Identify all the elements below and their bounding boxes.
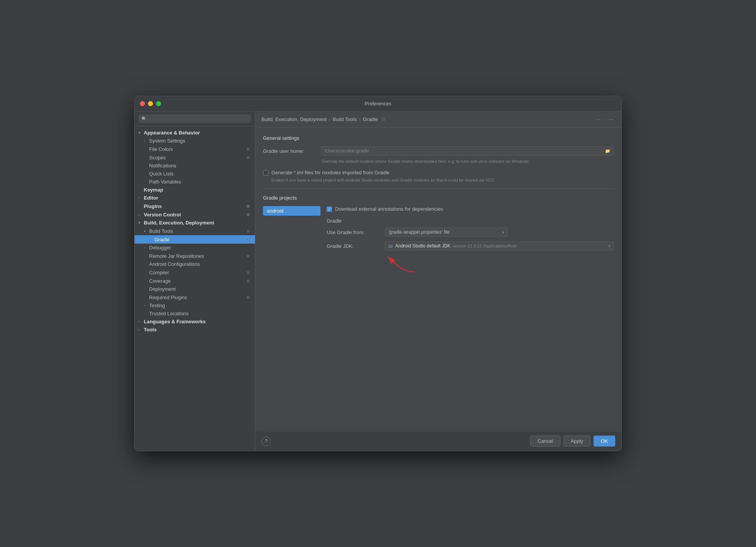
sidebar-item-label: Compiler	[149, 270, 169, 275]
search-input[interactable]	[149, 116, 248, 121]
ok-button[interactable]: OK	[593, 436, 615, 447]
sidebar-item-tools[interactable]: › Tools	[135, 326, 255, 334]
sidebar-item-file-colors[interactable]: File Colors ⊞	[135, 145, 255, 153]
window-title: Preferences	[365, 101, 391, 106]
use-gradle-from-select[interactable]: 'gradle-wrapper.properties' file ▾	[385, 228, 508, 237]
sidebar-item-required-plugins[interactable]: Required Plugins ⊞	[135, 293, 255, 301]
sidebar-item-testing[interactable]: › Testing	[135, 301, 255, 310]
breadcrumb-item-2[interactable]: Build Tools	[333, 116, 357, 122]
sidebar-item-label: Quick Lists	[149, 171, 174, 177]
arrow-icon: ›	[144, 246, 149, 250]
sidebar-item-label: Keymap	[144, 187, 163, 193]
arrow-icon: ›	[138, 196, 144, 200]
sidebar-item-label: Debugger	[149, 245, 171, 251]
sidebar-item-languages-frameworks[interactable]: › Languages & Frameworks	[135, 318, 255, 326]
gradle-jdk-select[interactable]: 🗂 Android Studio default JDK version 11.…	[385, 241, 614, 251]
cancel-button[interactable]: Cancel	[530, 436, 560, 447]
sidebar-item-label: Plugins	[144, 203, 162, 209]
sidebar-item-label: Tools	[144, 327, 157, 332]
search-icon: 🔍	[141, 116, 147, 121]
sidebar-item-trusted-locations[interactable]: Trusted Locations	[135, 310, 255, 318]
settings-icon: ⊞	[245, 203, 251, 209]
download-annotations-label: Download external annotations for depend…	[335, 206, 443, 212]
use-gradle-from-value: 'gradle-wrapper.properties' file	[388, 229, 450, 235]
sidebar-item-deployment[interactable]: Deployment	[135, 285, 255, 293]
generate-iml-label: Generate *.iml files for modules importe…	[271, 170, 390, 175]
gradle-subsection-title: Gradle	[327, 218, 614, 224]
maximize-button[interactable]	[156, 101, 161, 106]
jdk-folder-icon: 🗂	[388, 243, 393, 249]
search-bar: 🔍	[135, 111, 255, 126]
sidebar-item-build-tools[interactable]: ▾ Build Tools ⊞	[135, 227, 255, 235]
arrow-annotation-area: Gradle JDK: 🗂 Android Studio default JDK…	[327, 241, 614, 268]
sidebar-item-debugger[interactable]: › Debugger	[135, 244, 255, 252]
sidebar-item-android-configurations[interactable]: Android Configurations	[135, 260, 255, 268]
settings-icon: ⊞	[245, 269, 251, 275]
sidebar-item-label: Gradle	[154, 237, 169, 242]
gradle-jdk-name: Android Studio default JDK	[395, 243, 450, 249]
sidebar-item-coverage[interactable]: Coverage ⊞	[135, 277, 255, 285]
settings-icon: ⊞	[245, 278, 251, 284]
sidebar-item-quick-lists[interactable]: Quick Lists	[135, 170, 255, 178]
nav-back-button[interactable]: ←	[595, 115, 604, 124]
breadcrumb-item-3: Gradle	[363, 116, 378, 122]
close-button[interactable]	[140, 101, 145, 106]
breadcrumb-item-1[interactable]: Build, Execution, Deployment	[261, 116, 327, 122]
sidebar-item-plugins[interactable]: Plugins ⊞	[135, 202, 255, 210]
sidebar-item-path-variables[interactable]: Path Variables	[135, 178, 255, 186]
gradle-user-home-row: Gradle user home: /Users/cecelia/.gradle…	[263, 146, 614, 156]
sidebar-item-label: Trusted Locations	[149, 311, 189, 316]
sidebar-item-label: System Settings	[149, 138, 185, 144]
sidebar-item-label: Required Plugins	[149, 295, 187, 300]
sidebar-item-label: Notifications	[149, 163, 176, 169]
help-button[interactable]: ?	[261, 437, 271, 446]
sidebar-item-label: Editor	[144, 195, 158, 201]
gradle-user-home-value: /Users/cecelia/.gradle	[325, 148, 369, 154]
sidebar-item-label: Languages & Frameworks	[144, 319, 206, 324]
sidebar-item-label: Remote Jar Repositories	[149, 253, 204, 259]
dropdown-arrow-icon: ▾	[608, 244, 610, 248]
divider	[263, 188, 614, 189]
breadcrumb-menu-icon[interactable]: ☰	[381, 117, 386, 122]
sidebar-item-build-execution-deployment[interactable]: ▾ Build, Execution, Deployment	[135, 219, 255, 227]
search-wrapper[interactable]: 🔍	[138, 115, 251, 123]
sidebar-item-label: Appearance & Behavior	[144, 130, 200, 136]
settings-icon: ⊞	[245, 294, 251, 300]
generate-iml-checkbox[interactable]	[263, 170, 268, 175]
download-annotations-checkbox[interactable]: ✓	[327, 206, 332, 212]
preferences-window: Preferences 🔍 ▾ Appearance & Behavior › …	[134, 96, 622, 451]
sidebar-item-gradle[interactable]: Gradle ⊞	[135, 235, 255, 244]
sidebar-item-appearance-behavior[interactable]: ▾ Appearance & Behavior	[135, 129, 255, 137]
gradle-projects-layout: android ✓ Download external annotations …	[263, 206, 614, 273]
nav-forward-button[interactable]: →	[606, 115, 615, 124]
sidebar-item-label: Scopes	[149, 155, 166, 160]
gradle-inner-section: Gradle Use Gradle from: 'gradle-wrapper.…	[327, 218, 614, 268]
dropdown-arrow-icon: ▾	[502, 230, 504, 234]
sidebar-item-compiler[interactable]: Compiler ⊞	[135, 268, 255, 277]
settings-icon: ⊞	[245, 211, 251, 218]
arrow-icon: ›	[138, 328, 144, 332]
breadcrumb-bar: Build, Execution, Deployment › Build Too…	[255, 111, 621, 128]
arrow-icon: ›	[138, 213, 144, 217]
gradle-user-home-label: Gradle user home:	[263, 148, 317, 154]
sidebar-item-version-control[interactable]: › Version Control ⊞	[135, 210, 255, 219]
annotation-arrow	[357, 253, 434, 276]
breadcrumb-nav: ← →	[595, 115, 615, 124]
arrow-icon: ›	[144, 139, 149, 143]
project-item-android[interactable]: android	[263, 206, 320, 216]
project-list: android	[263, 206, 320, 273]
sidebar-item-keymap[interactable]: Keymap	[135, 186, 255, 194]
sidebar-item-scopes[interactable]: Scopes ⊞	[135, 153, 255, 162]
sidebar-item-editor[interactable]: › Editor	[135, 194, 255, 202]
sidebar-item-label: Android Configurations	[149, 261, 200, 267]
sidebar-item-system-settings[interactable]: › System Settings	[135, 137, 255, 145]
gradle-user-home-input[interactable]: /Users/cecelia/.gradle 📁	[321, 146, 614, 156]
gradle-jdk-label: Gradle JDK:	[327, 243, 380, 249]
gradle-jdk-row: Gradle JDK: 🗂 Android Studio default JDK…	[327, 241, 614, 251]
minimize-button[interactable]	[148, 101, 153, 106]
settings-icon: ⊞	[245, 146, 251, 152]
apply-button[interactable]: Apply	[564, 436, 591, 447]
title-bar: Preferences	[135, 96, 621, 111]
sidebar-item-notifications[interactable]: Notifications	[135, 162, 255, 170]
sidebar-item-remote-jar[interactable]: Remote Jar Repositories ⊞	[135, 252, 255, 260]
